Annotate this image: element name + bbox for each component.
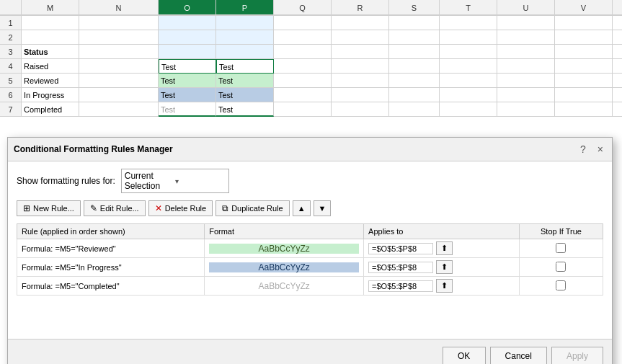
applies-to-cell-in-progress: ⬆ xyxy=(364,258,520,277)
col-U[interactable]: U xyxy=(497,0,555,15)
stop-if-true-cell-reviewed xyxy=(519,239,603,258)
format-preview-in-progress: AaBbCcYyZz xyxy=(205,258,364,277)
collapse-in-progress-button[interactable]: ⬆ xyxy=(436,260,453,274)
dropdown-value: Current Selection xyxy=(125,171,175,191)
col-T[interactable]: T xyxy=(440,0,497,15)
empty-space xyxy=(17,296,603,332)
col-V[interactable]: V xyxy=(555,0,613,15)
applies-to-cell-completed: ⬆ xyxy=(364,277,520,296)
col-W[interactable]: W xyxy=(613,0,622,15)
dialog-titlebar: Conditional Formatting Rules Manager ? × xyxy=(8,138,612,161)
rules-table: Rule (applied in order shown) Format App… xyxy=(17,223,603,296)
col-R[interactable]: R xyxy=(332,0,389,15)
stop-if-true-checkbox-completed[interactable] xyxy=(556,280,566,290)
rule-row-in-progress: Formula: =M5="In Progress" AaBbCcYyZz ⬆ xyxy=(17,258,603,277)
format-preview-reviewed: AaBbCcYyZz xyxy=(205,239,364,258)
delete-rule-button[interactable]: ✕ Delete Rule xyxy=(148,200,213,216)
col-rule-header: Rule (applied in order shown) xyxy=(17,224,205,239)
table-row: 6 In Progress Test Test xyxy=(0,88,622,102)
move-up-button[interactable]: ▲ xyxy=(293,200,311,216)
col-format-header: Format xyxy=(205,224,364,239)
col-M[interactable]: M xyxy=(22,0,79,15)
rule-row-completed: Formula: =M5="Completed" AaBbCcYyZz ⬆ xyxy=(17,277,603,296)
delete-rule-label: Delete Rule xyxy=(165,204,206,213)
delete-rule-icon: ✕ xyxy=(155,203,162,213)
show-rules-row: Show formatting rules for: Current Selec… xyxy=(17,169,603,193)
edit-rule-icon: ✎ xyxy=(90,203,97,213)
duplicate-rule-icon: ⧉ xyxy=(222,203,228,213)
format-swatch-completed: AaBbCcYyZz xyxy=(209,281,359,291)
dialog-content: Show formatting rules for: Current Selec… xyxy=(8,161,612,339)
help-button[interactable]: ? xyxy=(577,142,589,156)
rule-formula-completed: Formula: =M5="Completed" xyxy=(17,277,205,296)
format-swatch-in-progress: AaBbCcYyZz xyxy=(209,262,359,272)
col-P[interactable]: P xyxy=(216,0,274,15)
toolbar-row: ⊞ New Rule... ✎ Edit Rule... ✕ Delete Ru… xyxy=(17,200,603,216)
new-rule-label: New Rule... xyxy=(33,204,74,213)
show-rules-label: Show formatting rules for: xyxy=(17,176,115,186)
duplicate-rule-label: Duplicate Rule xyxy=(231,204,283,213)
table-row: 7 Completed Test Test xyxy=(0,102,622,117)
collapse-reviewed-button[interactable]: ⬆ xyxy=(436,241,453,255)
spreadsheet: M N O P Q R S T U V W X 1 xyxy=(0,0,622,144)
table-row: 4 Raised Test Test xyxy=(0,59,622,74)
new-rule-icon: ⊞ xyxy=(23,203,30,213)
move-down-button[interactable]: ▼ xyxy=(314,200,332,216)
dialog-title: Conditional Formatting Rules Manager xyxy=(14,144,173,154)
format-swatch-reviewed: AaBbCcYyZz xyxy=(209,244,359,254)
table-row: 5 Reviewed Test Test xyxy=(0,74,622,88)
col-S[interactable]: S xyxy=(389,0,440,15)
edit-rule-label: Edit Rule... xyxy=(100,204,139,213)
table-row: 2 xyxy=(0,30,622,45)
dialog-controls: ? × xyxy=(577,142,606,156)
conditional-formatting-dialog: Conditional Formatting Rules Manager ? ×… xyxy=(7,137,613,364)
stop-if-true-cell-completed xyxy=(519,277,603,296)
close-button[interactable]: × xyxy=(595,142,606,156)
col-applies-header: Applies to xyxy=(364,224,520,239)
applies-to-cell-reviewed: ⬆ xyxy=(364,239,520,258)
stop-if-true-checkbox-reviewed[interactable] xyxy=(556,243,566,253)
table-row: 3 Status xyxy=(0,45,622,59)
grid-area: 1 2 xyxy=(0,16,622,117)
show-rules-dropdown[interactable]: Current Selection ▾ xyxy=(121,169,229,193)
stop-if-true-checkbox-in-progress[interactable] xyxy=(556,262,566,272)
col-O[interactable]: O xyxy=(159,0,216,15)
new-rule-button[interactable]: ⊞ New Rule... xyxy=(17,200,81,216)
chevron-down-icon: ▾ xyxy=(175,177,226,185)
col-stop-header: Stop If True xyxy=(519,224,603,239)
rule-row-reviewed: Formula: =M5="Reviewed" AaBbCcYyZz ⬆ xyxy=(17,239,603,258)
col-Q[interactable]: Q xyxy=(274,0,332,15)
collapse-completed-button[interactable]: ⬆ xyxy=(436,279,453,293)
format-preview-completed: AaBbCcYyZz xyxy=(205,277,364,296)
dialog-footer: OK Cancel Apply xyxy=(8,339,612,364)
column-headers: M N O P Q R S T U V W X xyxy=(0,0,622,16)
rule-formula-in-progress: Formula: =M5="In Progress" xyxy=(17,258,205,277)
applies-to-input-completed[interactable] xyxy=(368,280,433,292)
applies-to-input-reviewed[interactable] xyxy=(368,243,433,254)
rule-formula-reviewed: Formula: =M5="Reviewed" xyxy=(17,239,205,258)
duplicate-rule-button[interactable]: ⧉ Duplicate Rule xyxy=(216,200,290,216)
applies-to-input-in-progress[interactable] xyxy=(368,262,433,273)
apply-button[interactable]: Apply xyxy=(551,347,603,364)
cancel-button[interactable]: Cancel xyxy=(490,347,547,364)
table-row: 1 xyxy=(0,16,622,30)
stop-if-true-cell-in-progress xyxy=(519,258,603,277)
col-N[interactable]: N xyxy=(79,0,159,15)
ok-button[interactable]: OK xyxy=(443,347,486,364)
edit-rule-button[interactable]: ✎ Edit Rule... xyxy=(84,200,146,216)
